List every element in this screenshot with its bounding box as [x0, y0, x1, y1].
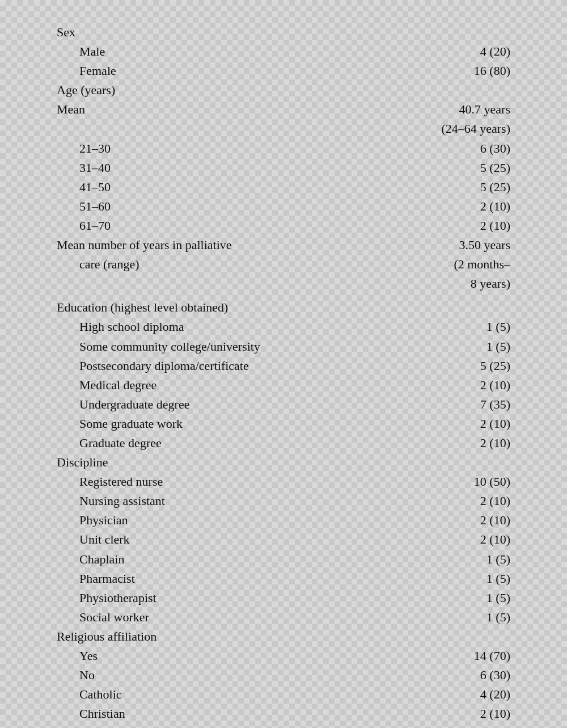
row-value: 1 (5) — [420, 337, 510, 356]
data-table: SexMale4 (20)Female16 (80)Age (years)Mea… — [23, 17, 544, 728]
table-row: Christian2 (10) — [57, 704, 510, 723]
row-value: 3.50 years — [420, 235, 510, 255]
row-value: 2 (10) — [420, 434, 510, 453]
row-value: 10 (50) — [420, 472, 510, 491]
row-label: Age (years) — [57, 81, 420, 100]
row-label: Physiotherapist — [57, 588, 420, 608]
row-value: 4 (20) — [420, 42, 510, 61]
row-label: Mean number of years in palliative — [57, 235, 420, 255]
table-row: High school diploma1 (5) — [57, 317, 510, 336]
table-row: Some graduate work2 (10) — [57, 414, 510, 434]
row-label: care (range) — [57, 255, 420, 274]
table-row: Discipline — [57, 453, 510, 472]
table-row: Female16 (80) — [57, 61, 510, 81]
row-value: 1 (5) — [420, 723, 510, 728]
table-row: Catholic4 (20) — [57, 685, 510, 704]
table-row: Religious affiliation — [57, 627, 510, 646]
table-row: Pharmacist1 (5) — [57, 569, 510, 588]
row-label: Social worker — [57, 608, 420, 627]
row-label: Religious affiliation — [57, 627, 420, 646]
row-value: 1 (5) — [420, 550, 510, 569]
row-value: 2 (10) — [420, 530, 510, 549]
row-label: Yes — [57, 646, 420, 666]
row-label: Catholic — [57, 685, 420, 704]
row-label: Physician — [57, 511, 420, 530]
table-row: Nursing assistant2 (10) — [57, 491, 510, 511]
row-label: Male — [57, 42, 420, 61]
row-value: (24–64 years) — [420, 119, 510, 138]
row-value: 5 (25) — [420, 356, 510, 376]
row-value: 8 years) — [420, 274, 510, 293]
table-row: 8 years) — [57, 274, 510, 293]
table-row: Male4 (20) — [57, 42, 510, 61]
table-row: 61–702 (10) — [57, 216, 510, 235]
table-row: Graduate degree2 (10) — [57, 434, 510, 453]
row-value: 14 (70) — [420, 646, 510, 666]
row-value: 6 (30) — [420, 139, 510, 158]
row-value: 40.7 years — [420, 100, 510, 119]
table-row: Medical degree2 (10) — [57, 376, 510, 395]
table-row: Mean number of years in palliative3.50 y… — [57, 235, 510, 255]
row-label: Undergraduate degree — [57, 395, 420, 414]
row-value: (2 months– — [420, 255, 510, 274]
row-value: 2 (10) — [420, 511, 510, 530]
row-label: Unit clerk — [57, 530, 420, 549]
row-value: 1 (5) — [420, 588, 510, 608]
row-value: 2 (10) — [420, 491, 510, 511]
row-label: Sex — [57, 23, 420, 42]
table-row: (24–64 years) — [57, 119, 510, 138]
row-value: 16 (80) — [420, 61, 510, 81]
row-label: 21–30 — [57, 139, 420, 158]
row-label: Medical degree — [57, 376, 420, 395]
row-label: Nursing assistant — [57, 491, 420, 511]
table-row: care (range)(2 months– — [57, 255, 510, 274]
row-label: High school diploma — [57, 317, 420, 336]
row-value: 1 (5) — [420, 569, 510, 588]
table-row: Unit clerk2 (10) — [57, 530, 510, 549]
row-value: 2 (10) — [420, 216, 510, 235]
row-label: 61–70 — [57, 216, 420, 235]
table-row: Mean40.7 years — [57, 100, 510, 119]
table-row: Sex — [57, 23, 510, 42]
row-label: Some community college/university — [57, 337, 420, 356]
row-value: 5 (25) — [420, 158, 510, 178]
table-row: 31–405 (25) — [57, 158, 510, 178]
row-value: 4 (20) — [420, 685, 510, 704]
table-row: 51–602 (10) — [57, 197, 510, 216]
row-label: 51–60 — [57, 197, 420, 216]
row-label: No — [57, 666, 420, 685]
table-row: Social worker1 (5) — [57, 608, 510, 627]
table-row: Registered nurse10 (50) — [57, 472, 510, 491]
row-value: 6 (30) — [420, 666, 510, 685]
table-row: No6 (30) — [57, 666, 510, 685]
row-value: 2 (10) — [420, 376, 510, 395]
row-value: 2 (10) — [420, 414, 510, 434]
table-row: Education (highest level obtained) — [57, 298, 510, 317]
row-label: Pharmacist — [57, 569, 420, 588]
row-label: Graduate degree — [57, 434, 420, 453]
table-row: Age (years) — [57, 81, 510, 100]
row-label: 41–50 — [57, 178, 420, 197]
table-row: Physician2 (10) — [57, 511, 510, 530]
row-label: Female — [57, 61, 420, 81]
row-label: Chaplain — [57, 550, 420, 569]
table-row: Undergraduate degree7 (35) — [57, 395, 510, 414]
row-label: Discipline — [57, 453, 420, 472]
table-row: Yes14 (70) — [57, 646, 510, 666]
row-label: Christian — [57, 704, 420, 723]
table-row: 21–306 (30) — [57, 139, 510, 158]
row-value: 2 (10) — [420, 704, 510, 723]
table-row: Postsecondary diploma/certificate5 (25) — [57, 356, 510, 376]
row-label: Some graduate work — [57, 414, 420, 434]
table-row: Physiotherapist1 (5) — [57, 588, 510, 608]
row-value: 5 (25) — [420, 178, 510, 197]
row-label: Mean — [57, 100, 420, 119]
table-row: Chaplain1 (5) — [57, 550, 510, 569]
table-row: Some community college/university1 (5) — [57, 337, 510, 356]
row-label: Education (highest level obtained) — [57, 298, 420, 317]
table-row: 41–505 (25) — [57, 178, 510, 197]
row-value: 7 (35) — [420, 395, 510, 414]
row-label: Community of Christ — [57, 723, 420, 728]
table-row: Community of Christ1 (5) — [57, 723, 510, 728]
row-label: Registered nurse — [57, 472, 420, 491]
